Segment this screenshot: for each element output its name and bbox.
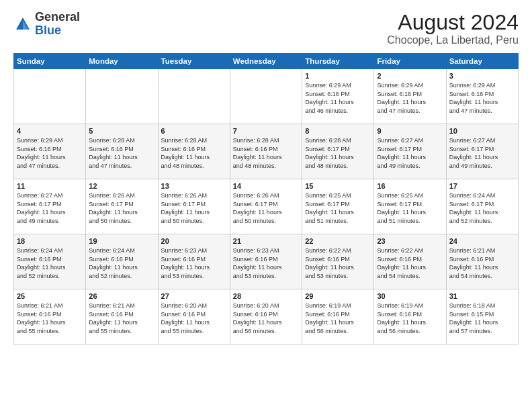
header-day-sunday: Sunday <box>14 54 86 69</box>
calendar-cell <box>230 69 302 124</box>
day-info: Sunrise: 6:21 AM Sunset: 6:16 PM Dayligh… <box>17 302 83 335</box>
day-number: 17 <box>449 182 515 190</box>
day-number: 6 <box>161 127 227 135</box>
calendar-cell: 21Sunrise: 6:23 AM Sunset: 6:16 PM Dayli… <box>230 234 302 289</box>
day-number: 26 <box>89 292 154 300</box>
day-number: 21 <box>233 237 299 245</box>
calendar-cell: 17Sunrise: 6:24 AM Sunset: 6:17 PM Dayli… <box>446 179 518 234</box>
day-number: 5 <box>89 127 154 135</box>
calendar-cell: 19Sunrise: 6:24 AM Sunset: 6:16 PM Dayli… <box>86 234 158 289</box>
day-info: Sunrise: 6:25 AM Sunset: 6:17 PM Dayligh… <box>305 191 371 225</box>
day-info: Sunrise: 6:29 AM Sunset: 6:16 PM Dayligh… <box>17 136 83 170</box>
calendar-cell: 27Sunrise: 6:20 AM Sunset: 6:16 PM Dayli… <box>158 289 230 345</box>
day-number: 30 <box>377 292 443 300</box>
day-info: Sunrise: 6:20 AM Sunset: 6:16 PM Dayligh… <box>161 302 227 335</box>
day-info: Sunrise: 6:28 AM Sunset: 6:17 PM Dayligh… <box>305 136 371 170</box>
calendar-cell: 2Sunrise: 6:29 AM Sunset: 6:16 PM Daylig… <box>374 69 446 124</box>
day-info: Sunrise: 6:20 AM Sunset: 6:16 PM Dayligh… <box>233 302 299 335</box>
day-info: Sunrise: 6:18 AM Sunset: 6:15 PM Dayligh… <box>449 302 515 335</box>
day-number: 7 <box>233 127 299 135</box>
day-info: Sunrise: 6:29 AM Sunset: 6:16 PM Dayligh… <box>305 81 371 115</box>
week-row-3: 18Sunrise: 6:24 AM Sunset: 6:16 PM Dayli… <box>14 234 519 289</box>
calendar-cell: 5Sunrise: 6:28 AM Sunset: 6:16 PM Daylig… <box>86 124 158 179</box>
day-number: 11 <box>17 182 83 190</box>
day-number: 27 <box>161 292 227 300</box>
calendar-cell: 22Sunrise: 6:22 AM Sunset: 6:16 PM Dayli… <box>302 234 374 289</box>
day-info: Sunrise: 6:27 AM Sunset: 6:17 PM Dayligh… <box>449 136 515 170</box>
calendar-cell <box>14 69 86 124</box>
calendar-cell: 8Sunrise: 6:28 AM Sunset: 6:17 PM Daylig… <box>302 124 374 179</box>
day-info: Sunrise: 6:22 AM Sunset: 6:16 PM Dayligh… <box>377 246 443 280</box>
day-info: Sunrise: 6:19 AM Sunset: 6:16 PM Dayligh… <box>305 302 371 335</box>
day-info: Sunrise: 6:24 AM Sunset: 6:17 PM Dayligh… <box>449 191 515 225</box>
day-info: Sunrise: 6:19 AM Sunset: 6:16 PM Dayligh… <box>377 302 443 335</box>
day-number: 12 <box>89 182 154 190</box>
day-info: Sunrise: 6:22 AM Sunset: 6:16 PM Dayligh… <box>305 246 371 280</box>
logo: General Blue <box>13 11 80 38</box>
header-day-monday: Monday <box>86 54 158 69</box>
day-number: 14 <box>233 182 299 190</box>
calendar-cell: 3Sunrise: 6:29 AM Sunset: 6:16 PM Daylig… <box>446 69 518 124</box>
calendar-cell: 18Sunrise: 6:24 AM Sunset: 6:16 PM Dayli… <box>14 234 86 289</box>
day-number: 31 <box>449 292 515 300</box>
day-info: Sunrise: 6:26 AM Sunset: 6:17 PM Dayligh… <box>89 191 154 225</box>
day-info: Sunrise: 6:24 AM Sunset: 6:16 PM Dayligh… <box>89 246 154 280</box>
calendar-cell: 10Sunrise: 6:27 AM Sunset: 6:17 PM Dayli… <box>446 124 518 179</box>
calendar-cell: 26Sunrise: 6:21 AM Sunset: 6:16 PM Dayli… <box>86 289 158 345</box>
calendar-title: August 2024 <box>387 11 519 34</box>
calendar-cell: 11Sunrise: 6:27 AM Sunset: 6:17 PM Dayli… <box>14 179 86 234</box>
day-info: Sunrise: 6:27 AM Sunset: 6:17 PM Dayligh… <box>377 136 443 170</box>
week-row-1: 4Sunrise: 6:29 AM Sunset: 6:16 PM Daylig… <box>14 124 519 179</box>
calendar-cell: 12Sunrise: 6:26 AM Sunset: 6:17 PM Dayli… <box>86 179 158 234</box>
logo-icon <box>13 15 32 34</box>
calendar-header-row: SundayMondayTuesdayWednesdayThursdayFrid… <box>14 54 519 69</box>
calendar-cell: 20Sunrise: 6:23 AM Sunset: 6:16 PM Dayli… <box>158 234 230 289</box>
calendar-cell: 9Sunrise: 6:27 AM Sunset: 6:17 PM Daylig… <box>374 124 446 179</box>
header-day-wednesday: Wednesday <box>230 54 302 69</box>
calendar-cell: 6Sunrise: 6:28 AM Sunset: 6:16 PM Daylig… <box>158 124 230 179</box>
day-info: Sunrise: 6:29 AM Sunset: 6:16 PM Dayligh… <box>377 81 443 115</box>
day-info: Sunrise: 6:28 AM Sunset: 6:16 PM Dayligh… <box>233 136 299 170</box>
day-info: Sunrise: 6:21 AM Sunset: 6:16 PM Dayligh… <box>89 302 154 335</box>
day-info: Sunrise: 6:21 AM Sunset: 6:16 PM Dayligh… <box>449 246 515 280</box>
calendar-cell: 14Sunrise: 6:26 AM Sunset: 6:17 PM Dayli… <box>230 179 302 234</box>
page: General Blue August 2024 Chocope, La Lib… <box>0 0 532 411</box>
calendar-table: SundayMondayTuesdayWednesdayThursdayFrid… <box>13 53 519 345</box>
day-info: Sunrise: 6:26 AM Sunset: 6:17 PM Dayligh… <box>233 191 299 225</box>
calendar-cell: 25Sunrise: 6:21 AM Sunset: 6:16 PM Dayli… <box>14 289 86 345</box>
day-info: Sunrise: 6:28 AM Sunset: 6:16 PM Dayligh… <box>89 136 154 170</box>
week-row-0: 1Sunrise: 6:29 AM Sunset: 6:16 PM Daylig… <box>14 69 519 124</box>
day-number: 20 <box>161 237 227 245</box>
day-number: 3 <box>449 72 515 80</box>
calendar-cell: 30Sunrise: 6:19 AM Sunset: 6:16 PM Dayli… <box>374 289 446 345</box>
week-row-2: 11Sunrise: 6:27 AM Sunset: 6:17 PM Dayli… <box>14 179 519 234</box>
day-info: Sunrise: 6:24 AM Sunset: 6:16 PM Dayligh… <box>17 246 83 280</box>
header: General Blue August 2024 Chocope, La Lib… <box>13 11 519 46</box>
day-number: 25 <box>17 292 83 300</box>
day-number: 8 <box>305 127 371 135</box>
calendar-cell: 24Sunrise: 6:21 AM Sunset: 6:16 PM Dayli… <box>446 234 518 289</box>
day-number: 24 <box>449 237 515 245</box>
day-number: 22 <box>305 237 371 245</box>
day-info: Sunrise: 6:23 AM Sunset: 6:16 PM Dayligh… <box>161 246 227 280</box>
calendar-cell <box>158 69 230 124</box>
header-day-friday: Friday <box>374 54 446 69</box>
logo-general-text: General <box>35 10 80 24</box>
header-day-thursday: Thursday <box>302 54 374 69</box>
day-number: 19 <box>89 237 154 245</box>
calendar-subtitle: Chocope, La Libertad, Peru <box>387 34 519 46</box>
day-number: 18 <box>17 237 83 245</box>
calendar-cell: 7Sunrise: 6:28 AM Sunset: 6:16 PM Daylig… <box>230 124 302 179</box>
day-number: 9 <box>377 127 443 135</box>
calendar-cell: 15Sunrise: 6:25 AM Sunset: 6:17 PM Dayli… <box>302 179 374 234</box>
day-info: Sunrise: 6:29 AM Sunset: 6:16 PM Dayligh… <box>449 81 515 115</box>
day-info: Sunrise: 6:23 AM Sunset: 6:16 PM Dayligh… <box>233 246 299 280</box>
day-number: 16 <box>377 182 443 190</box>
day-number: 29 <box>305 292 371 300</box>
calendar-cell: 23Sunrise: 6:22 AM Sunset: 6:16 PM Dayli… <box>374 234 446 289</box>
header-day-tuesday: Tuesday <box>158 54 230 69</box>
day-number: 4 <box>17 127 83 135</box>
calendar-cell: 31Sunrise: 6:18 AM Sunset: 6:15 PM Dayli… <box>446 289 518 345</box>
day-number: 1 <box>305 72 371 80</box>
day-number: 28 <box>233 292 299 300</box>
